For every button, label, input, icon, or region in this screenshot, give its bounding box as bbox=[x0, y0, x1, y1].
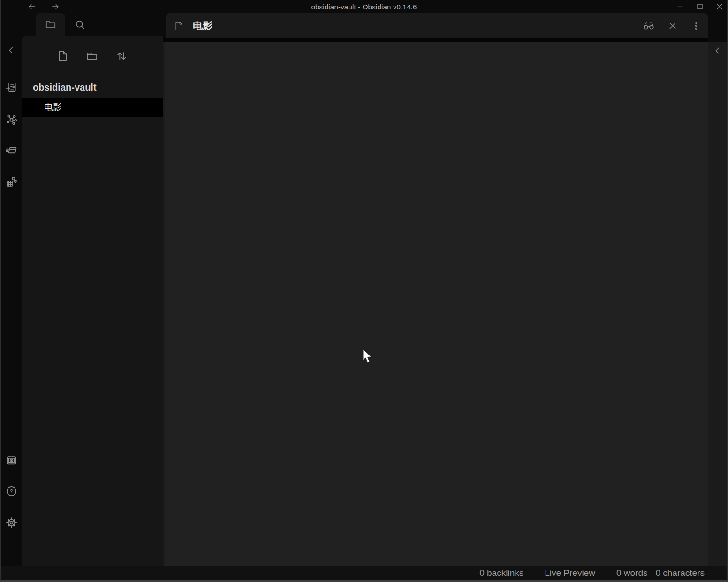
new-folder-button[interactable] bbox=[86, 50, 99, 62]
left-sidebar: obsidian-vault 电影 bbox=[22, 13, 163, 566]
chevron-left-icon bbox=[6, 45, 16, 55]
open-vault-button[interactable] bbox=[1, 453, 22, 468]
word-count: 0 words bbox=[616, 568, 648, 578]
close-icon bbox=[667, 21, 678, 31]
search-icon bbox=[74, 19, 86, 30]
tab-file-explorer[interactable] bbox=[36, 13, 65, 36]
arrow-right-icon bbox=[51, 2, 60, 11]
new-note-button[interactable] bbox=[56, 50, 69, 62]
sort-order-button[interactable] bbox=[115, 50, 128, 62]
folder-icon bbox=[45, 18, 57, 30]
arrow-left-icon bbox=[27, 2, 37, 11]
minimize-button[interactable] bbox=[675, 2, 685, 11]
file-explorer-toolbar bbox=[22, 36, 163, 62]
dice-grid-icon bbox=[5, 175, 18, 188]
collapse-left-sidebar-button[interactable] bbox=[1, 43, 22, 58]
vault-icon bbox=[5, 454, 18, 467]
workspace: ? bbox=[1, 13, 727, 566]
reading-view-button[interactable] bbox=[643, 20, 654, 31]
window-controls bbox=[675, 0, 724, 13]
random-note-button[interactable] bbox=[1, 174, 22, 189]
command-palette-button[interactable] bbox=[1, 143, 22, 158]
minimize-icon bbox=[675, 2, 685, 11]
editor-pane: 电影 bbox=[163, 13, 708, 566]
titlebar: obsidian-vault - Obsidian v0.14.6 bbox=[1, 0, 727, 13]
sliding-card-icon bbox=[5, 144, 18, 157]
document-icon bbox=[174, 21, 184, 31]
more-options-button[interactable] bbox=[691, 21, 701, 31]
left-ribbon: ? bbox=[1, 13, 22, 566]
new-note-icon bbox=[56, 50, 69, 62]
tab-search[interactable] bbox=[65, 13, 94, 36]
editor-content[interactable] bbox=[163, 42, 708, 566]
forward-button[interactable] bbox=[51, 2, 60, 11]
help-icon: ? bbox=[5, 485, 18, 498]
graph-view-button[interactable] bbox=[1, 112, 22, 127]
window-title: obsidian-vault - Obsidian v0.14.6 bbox=[1, 3, 727, 11]
close-icon bbox=[715, 2, 724, 11]
character-count: 0 characters bbox=[655, 568, 705, 578]
obsidian-window: obsidian-vault - Obsidian v0.14.6 bbox=[0, 0, 728, 582]
view-mode-indicator[interactable]: Live Preview bbox=[545, 568, 595, 578]
sort-order-icon bbox=[115, 50, 128, 62]
quick-switcher-button[interactable] bbox=[1, 80, 22, 95]
close-tab-button[interactable] bbox=[667, 21, 678, 31]
left-sidebar-tabstrip bbox=[22, 13, 163, 36]
backlinks-count[interactable]: 0 backlinks bbox=[479, 568, 523, 578]
statusbar: 0 backlinks Live Preview 0 words 0 chara… bbox=[1, 566, 727, 580]
right-sidebar-collapsed bbox=[708, 13, 727, 566]
settings-button[interactable] bbox=[1, 515, 22, 530]
file-explorer-panel: obsidian-vault 电影 bbox=[22, 36, 163, 566]
maximize-icon bbox=[695, 2, 705, 11]
close-window-button[interactable] bbox=[715, 2, 724, 11]
vertical-dots-icon bbox=[691, 21, 701, 31]
go-to-file-icon bbox=[5, 81, 17, 93]
titlebar-nav bbox=[27, 0, 60, 13]
editor-tab-separator bbox=[163, 38, 708, 42]
editor-tabstrip: 电影 bbox=[163, 13, 708, 38]
graph-icon bbox=[5, 113, 18, 126]
glasses-icon bbox=[643, 20, 654, 31]
file-tree-item[interactable]: 电影 bbox=[22, 98, 163, 117]
new-folder-icon bbox=[86, 50, 99, 62]
file-tree-item-label: 电影 bbox=[44, 101, 62, 113]
gear-icon bbox=[5, 516, 18, 529]
editor-tab[interactable]: 电影 bbox=[166, 13, 708, 38]
editor-tab-title: 电影 bbox=[193, 19, 212, 32]
right-strip-top bbox=[708, 13, 727, 42]
expand-right-sidebar-button[interactable] bbox=[713, 45, 723, 56]
mouse-cursor bbox=[361, 348, 374, 364]
back-button[interactable] bbox=[27, 2, 37, 11]
chevron-left-icon bbox=[713, 45, 723, 56]
vault-title: obsidian-vault bbox=[22, 81, 163, 93]
help-button[interactable]: ? bbox=[1, 484, 22, 499]
svg-text:?: ? bbox=[9, 488, 13, 495]
maximize-button[interactable] bbox=[695, 2, 705, 11]
right-strip-body bbox=[708, 42, 727, 566]
